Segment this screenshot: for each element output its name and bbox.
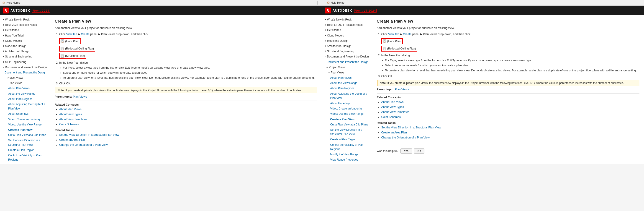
divider1-revit-lt [377,93,640,94]
divider1-revit [55,101,317,101]
rc-colorschemes-link[interactable]: Color Schemes [59,123,78,126]
lt-sidebar-item-projectviews-toggle[interactable]: – Project Views [322,65,372,70]
help-home-right[interactable]: 🏠 Help Home [327,1,344,4]
top-bar: 🏠 Help Home 🏠 Help Home [0,0,644,6]
sidebar-item-planviews-toggle[interactable]: – Plan Views [0,81,50,86]
lt-sidebar-item-cloudmodels[interactable]: + Cloud Models [322,33,372,38]
help-home-left[interactable]: 🏠 Help Home [2,1,20,4]
sidebar-item-releasenotes[interactable]: + Revit 2024 Release Notes [0,22,50,28]
sidebar-item-aboutviewrange[interactable]: About the View Range [0,91,50,97]
sidebar-item-mep[interactable]: + MEP Engineering [0,60,50,65]
parent-topic-link-revit[interactable]: Plan Views [73,95,87,98]
lt-sidebar-item-document-link[interactable]: Document and Present the Design [322,60,372,65]
lt-rt-createareaplan-link[interactable]: Create an Area Plan [381,131,407,134]
feedback-question: Was this helpful? [377,149,398,153]
lt-rc-aboutviewtypes-link[interactable]: About View Types [381,105,404,109]
rt-setviewdir-link[interactable]: Set the View Direction in a Structural P… [59,133,119,136]
sidebar-item-modeldesign[interactable]: + Model the Design [0,44,50,49]
lt-sidebar-item-controlvisibility[interactable]: Control the Visibility of Plan Regions [322,142,372,152]
lt-sidebar-item-structural[interactable]: + Structural Engineering [322,49,372,54]
sidebar-item-cutplanview[interactable]: Cut a Plan View at a Clip Plane [0,132,50,138]
lt-sidebar-item-modeldesign[interactable]: + Model the Design [322,38,372,44]
lt-rc-colorschemes-link[interactable]: Color Schemes [381,115,401,119]
lt-sidebar-item-aboutdepth[interactable]: About Adjusting the Depth of a Plan View [322,91,372,101]
sidebar-item-getstarted[interactable]: + Get Started [0,28,50,33]
reflected-ceiling-option: 📋 (Reflected Ceiling Plan) [59,46,95,52]
home-icon-left: 🏠 [2,1,6,4]
sidebar-item-cloudmodels[interactable]: + Cloud Models [0,38,50,44]
lt-rt-setviewdir: Set the View Direction in a Structural P… [381,125,640,130]
sidebar-item-aboutdepth[interactable]: About Adjusting the Depth of a Plan View [0,102,50,111]
lt-sidebar-item-setviewdir[interactable]: Set the View Direction in a Structural P… [322,127,372,137]
lt-sidebar-item-whatsnew[interactable]: + What's New in Revit [322,17,372,22]
step2-bullet2: Select one or more levels for which you … [63,71,317,75]
lt-sidebar-item-viewrangeprops[interactable]: View Range Properties [322,157,372,162]
sidebar-item-aboutplanviews[interactable]: About Plan Views [0,86,50,91]
lt-sidebar-item-document-toggle[interactable]: – Document and Present the Design [322,54,372,59]
lt-sidebar-item-videoviewrange[interactable]: Video: Use the View Range [322,111,372,117]
sidebar-item-controlvisibility[interactable]: Control the Visibility of Plan Regions [0,153,50,162]
lt-sidebar-item-aboutplanviews[interactable]: About Plan Views [322,75,372,81]
rt-changeorientation-link[interactable]: Change the Orientation of a Plan View [59,143,108,146]
sidebar-item-videounderlays[interactable]: Video: Create an Underlay [0,117,50,122]
lt-sidebar-item-createplanregion[interactable]: Create a Plan Region [322,137,372,142]
divider2-revit-lt [377,142,640,142]
lt-rc-aboutviewtemplates: About View Templates [381,110,640,114]
lt-view-tab-link[interactable]: View tab [388,33,399,36]
sidebar-item-videoviewrange[interactable]: Video: Use the View Range [0,122,50,127]
lt-sidebar-item-releasenotes[interactable]: + Revit LT 2024 Release Notes [322,22,372,28]
rc-aboutviewtemplates-link[interactable]: About View Templates [59,118,87,121]
lt-sidebar-item-cutplanview[interactable]: Cut a Plan View at a Clip Plane [322,122,372,127]
lt-sidebar-item-planviews-toggle[interactable]: – Plan Views [322,70,372,75]
lt-rc-aboutviewtemplates-link[interactable]: About View Templates [381,110,409,114]
sidebar-item-document-link[interactable]: Document and Present the Design [0,70,50,75]
app-title-revit: AUTODESK Revit 2024 [10,9,50,12]
lt-sidebar-item-modifyviewrange[interactable]: Modify the View Range [322,152,372,157]
sidebar-item-createplanregion[interactable]: Create a Plan Region [0,148,50,153]
lt-rc-aboutplanviews-link[interactable]: About Plan Views [381,100,404,104]
rc-aboutviewtypes-link[interactable]: About View Types [59,113,82,116]
sidebar-item-projectviews-toggle[interactable]: – Project Views [0,75,50,81]
sidebar-item-document-toggle[interactable]: – Document and Present the Design [0,65,50,70]
lt-sidebar-item-aboutviewrange[interactable]: About the View Range [322,81,372,86]
lt-rt-changeorientation-link[interactable]: Change the Orientation of a Plan View [381,136,430,139]
lt-step3: Click OK. [381,74,640,79]
sidebar-item-whatsnew[interactable]: + What's New in Revit [0,17,50,22]
create-panel-link[interactable]: Create [81,33,90,36]
panel-body-revit-lt: + What's New in Revit + Revit LT 2024 Re… [322,15,644,164]
structural-plan-option: 📋 (Structural Plan) [59,53,86,59]
sidebar-item-aboutplanregions[interactable]: About Plan Regions [0,97,50,102]
lt-parent-topic-link[interactable]: Plan Views [395,88,409,91]
view-tab-link[interactable]: View tab [66,33,77,36]
lt-step1: Click View tab ▶ Create panel ▶ Plan Vie… [381,32,640,52]
sidebar-item-haveyoutried[interactable]: + Have You Tried [0,33,50,38]
lt-sidebar-item-aboutplanregions[interactable]: About Plan Regions [322,86,372,91]
sidebar-item-archdesign[interactable]: + Architectural Design [0,49,50,54]
lt-sidebar-item-createplanview[interactable]: Create a Plan View [322,117,372,122]
lt-related-tasks: Related Tasks Set the View Direction in … [377,121,640,140]
rc-aboutplanviews-link[interactable]: About Plan Views [59,108,82,111]
lt-note-label: Note: [380,81,387,85]
home-icon-right: 🏠 [327,1,330,4]
lt-rt-setviewdir-link[interactable]: Set the View Direction in a Structural P… [381,126,441,129]
content-title-revit-lt: Create a Plan View [377,19,640,24]
lt-related-concepts-list: About Plan Views About View Types About … [381,100,640,119]
feedback-yes-button[interactable]: Yes [400,148,412,153]
rt-createareaplan: Create an Area Plan [59,138,317,142]
rt-createareaplan-link[interactable]: Create an Area Plan [59,138,85,141]
sidebar-item-createplanview[interactable]: Create a Plan View [0,127,50,132]
lt-create-panel-link[interactable]: Create [403,33,412,36]
feedback-no-button[interactable]: No [414,148,424,153]
lt-sidebar-item-archdesign[interactable]: + Architectural Design [322,44,372,49]
lt-sidebar-item-getstarted[interactable]: + Get Started [322,28,372,33]
lt-reflected-ceiling-icon: 📋 [383,47,386,50]
sidebar-item-aboutunderlays[interactable]: About Underlays [0,111,50,117]
reflected-ceiling-label: (Reflected Ceiling Plan) [65,47,94,51]
sidebar-item-setviewdir[interactable]: Set the View Direction in a Structural P… [0,138,50,147]
lt-sidebar-item-aboutunderlays[interactable]: About Underlays [322,101,372,106]
lt-sidebar-item-videounderlays[interactable]: Video: Create an Underlay [322,106,372,111]
sidebar-revit: + What's New in Revit + Revit 2024 Relea… [0,15,50,164]
main-container: R AUTODESK Revit 2024 + What's New in Re… [0,6,644,164]
sidebar-item-structural[interactable]: + Structural Engineering [0,54,50,59]
related-tasks-list-revit: Set the View Direction in a Structural P… [59,133,317,147]
